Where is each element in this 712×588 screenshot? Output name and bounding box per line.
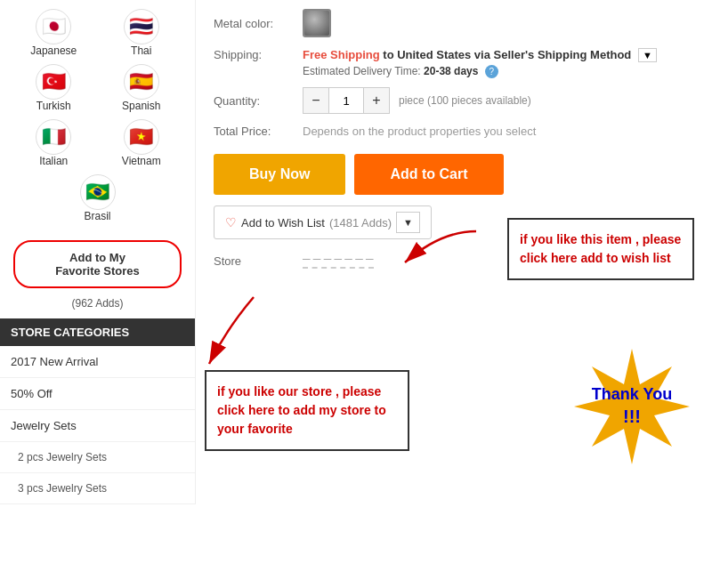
sidebar: 🇯🇵 Japanese 🇹🇭 Thai 🇹🇷 Turkish 🇪🇸 Spanis… (0, 0, 196, 504)
metal-color-swatch[interactable] (303, 9, 331, 37)
brasil-flag: 🇧🇷 (80, 174, 116, 210)
language-vietnam[interactable]: 🇻🇳 Vietnam (101, 119, 182, 167)
arrow-to-favorite-stores (200, 293, 271, 375)
language-brasil[interactable]: 🇧🇷 Brasil (80, 174, 116, 222)
delivery-value: 20-38 days (424, 65, 478, 77)
store-categories-header: STORE CATEGORIES (0, 318, 195, 346)
arrow-wish-svg (387, 222, 494, 276)
metal-color-label: Metal color: (214, 17, 303, 30)
shipping-to-text: to United States via Seller's Shipping M… (383, 48, 631, 61)
total-price-value: Depends on the product properties you se… (303, 125, 536, 138)
delivery-label: Estimated Delivery Time: (303, 65, 421, 77)
japanese-label: Japanese (30, 44, 77, 57)
store-link[interactable]: ─ ─ ─ ─ ─ ─ ─ (303, 253, 374, 269)
vietnam-label: Vietnam (122, 155, 161, 167)
svg-text:!!!: !!! (623, 407, 641, 426)
buy-now-button[interactable]: Buy Now (214, 154, 345, 195)
help-icon[interactable]: ? (485, 65, 498, 78)
language-thai[interactable]: 🇹🇭 Thai (101, 9, 182, 57)
turkish-label: Turkish (36, 100, 71, 112)
shipping-label: Shipping: (214, 48, 303, 61)
quantity-available: piece (100 pieces available) (399, 94, 531, 107)
favorite-stores-adds: (962 Adds) (0, 297, 195, 310)
thai-flag: 🇹🇭 (124, 9, 159, 44)
category-list: 2017 New Arrival 50% Off Jewelry Sets 2 … (0, 346, 195, 504)
spanish-flag: 🇪🇸 (124, 64, 159, 100)
category-2pcs-jewelry-sets[interactable]: 2 pcs Jewelry Sets (0, 442, 195, 473)
callout-wishlist-box: if you like this item , please click her… (507, 218, 694, 280)
arrow-store-svg (200, 293, 271, 373)
metal-color-row: Metal color: (214, 9, 694, 37)
total-price-label: Total Price: (214, 125, 303, 138)
free-shipping-text: Free Shipping (303, 48, 380, 61)
wishlist-label: Add to Wish List (241, 216, 325, 230)
quantity-control: − + (303, 87, 390, 114)
store-label: Store (214, 254, 303, 268)
turkish-flag: 🇹🇷 (36, 64, 71, 100)
quantity-label: Quantity: (214, 94, 303, 108)
spanish-label: Spanish (122, 100, 160, 112)
category-jewelry-sets[interactable]: Jewelry Sets (0, 410, 195, 442)
total-price-row: Total Price: Depends on the product prop… (214, 125, 694, 138)
shipping-row: Shipping: Free Shipping to United States… (214, 48, 694, 78)
quantity-row: Quantity: − + piece (100 pieces availabl… (214, 87, 694, 114)
wishlist-adds: (1481 Adds) (329, 216, 392, 230)
starburst-svg: Thank You !!! (570, 344, 694, 469)
language-turkish[interactable]: 🇹🇷 Turkish (13, 64, 94, 112)
metal-swatch-inner (304, 11, 329, 36)
callout-store-text: if you like our store , please click her… (217, 383, 397, 439)
thankyou-starburst: Thank You !!! (570, 344, 694, 469)
callout-store-box: if you like our store , please click her… (205, 370, 409, 451)
category-50-off[interactable]: 50% Off (0, 378, 195, 410)
arrow-to-wishlist (387, 222, 494, 278)
quantity-decrease-button[interactable]: − (303, 88, 328, 113)
shipping-detail: Free Shipping to United States via Selle… (303, 48, 657, 78)
italian-flag: 🇮🇹 (36, 119, 71, 155)
thai-label: Thai (131, 44, 151, 57)
add-favorite-stores-button[interactable]: Add to MyFavorite Stores (13, 240, 182, 288)
japanese-flag: 🇯🇵 (36, 9, 71, 44)
quantity-increase-button[interactable]: + (364, 88, 389, 113)
quantity-input[interactable] (328, 88, 364, 113)
svg-text:Thank You: Thank You (592, 385, 672, 403)
language-spanish[interactable]: 🇪🇸 Spanish (101, 64, 182, 112)
add-to-cart-button[interactable]: Add to Cart (354, 154, 503, 195)
category-new-arrival[interactable]: 2017 New Arrival (0, 346, 195, 378)
brasil-label: Brasil (84, 210, 110, 222)
language-japanese[interactable]: 🇯🇵 Japanese (13, 9, 94, 57)
category-3pcs-jewelry-sets[interactable]: 3 pcs Jewelry Sets (0, 473, 195, 504)
product-detail-main: Metal color: Shipping: Free Shipping to … (196, 0, 712, 504)
vietnam-flag: 🇻🇳 (124, 119, 159, 155)
shipping-dropdown[interactable]: ▼ (638, 48, 657, 62)
delivery-time: Estimated Delivery Time: 20-38 days ? (303, 65, 657, 78)
callout-wishlist-text: if you like this item , please click her… (520, 230, 682, 268)
italian-label: Italian (39, 155, 68, 167)
favorite-stores-label: Add to MyFavorite Stores (28, 251, 166, 278)
language-flags: 🇯🇵 Japanese 🇹🇭 Thai 🇹🇷 Turkish 🇪🇸 Spanis… (0, 0, 195, 231)
language-italian[interactable]: 🇮🇹 Italian (13, 119, 94, 167)
action-buttons: Buy Now Add to Cart (214, 154, 694, 195)
heart-icon: ♡ (225, 215, 237, 230)
